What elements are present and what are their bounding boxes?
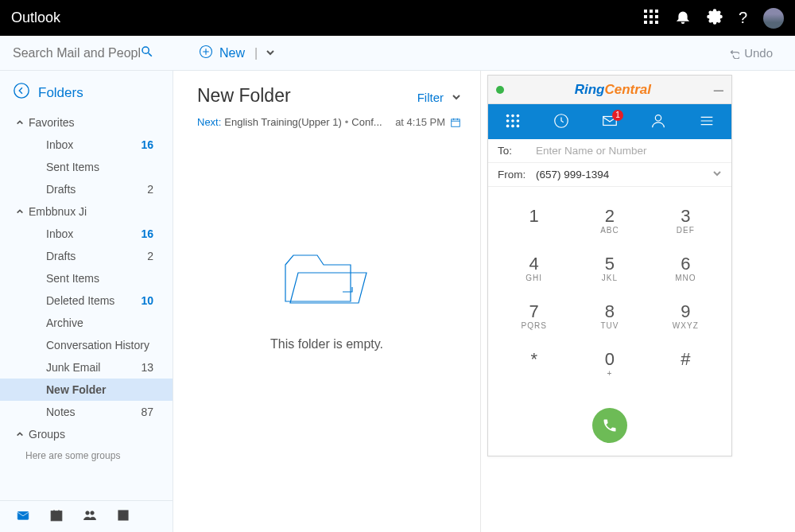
calendar-icon[interactable] [49,508,64,525]
search-icon[interactable] [140,45,154,61]
keypad-key[interactable]: * [506,349,562,378]
mail-icon[interactable] [16,508,30,525]
top-bar: Outlook ? [0,0,795,36]
to-field: To: [488,139,731,163]
keypad-key[interactable]: 1 [506,206,562,235]
next-event-extra: Conf... [351,116,382,128]
call-button[interactable] [592,408,627,443]
from-value: (657) 999-1394 [536,169,712,181]
tasks-icon[interactable] [116,508,130,525]
svg-point-20 [516,114,519,117]
keypad-key[interactable]: 0+ [582,349,638,378]
empty-message: This folder is empty. [173,337,480,351]
folder-item[interactable]: New Folder [0,379,173,401]
folder-group-header[interactable]: Groups [0,423,173,445]
svg-point-23 [516,119,519,122]
messages-tab[interactable]: 1 [590,112,630,132]
new-label: New [219,46,245,60]
from-label: From: [498,169,536,181]
keypad-key[interactable]: 4GHI [506,254,562,282]
to-label: To: [498,145,536,157]
folder-item[interactable]: Conversation History [0,334,173,356]
folder-item[interactable]: Inbox16 [0,134,173,156]
svg-point-19 [511,114,514,117]
svg-point-15 [91,511,95,515]
search-box[interactable] [0,45,173,61]
filter-button[interactable]: Filter [417,91,461,104]
folder-title: New Folder [197,85,291,107]
new-button[interactable]: New | [199,45,275,62]
content-pane: New Folder Filter Next: English Training… [173,71,481,532]
people-icon[interactable] [83,508,97,525]
chevron-down-icon [452,91,461,104]
keypad-key[interactable]: # [657,349,713,378]
folder-list: FavoritesInbox16Sent ItemsDrafts2Embbnux… [0,111,173,500]
apps-icon[interactable] [643,9,659,27]
menu-tab[interactable] [687,112,727,132]
to-input[interactable] [536,145,722,157]
keypad: 12ABC3DEF4GHI5JKL6MNO7PQRS8TUV9WXYZ*0+# [488,187,731,405]
dialpad-tab[interactable] [493,112,533,132]
history-tab[interactable] [541,112,581,132]
next-event-time: at 4:15 PM [395,116,461,128]
folders-header[interactable]: Folders [0,71,173,111]
svg-rect-6 [644,21,647,24]
svg-rect-17 [452,118,460,126]
empty-state: This folder is empty. [173,136,480,351]
folder-item[interactable]: Inbox16 [0,223,173,245]
folder-item[interactable]: Deleted Items10 [0,289,173,312]
chevron-down-icon[interactable] [266,46,275,60]
folder-item[interactable]: Drafts2 [0,245,173,267]
folder-item[interactable]: Drafts2 [0,178,173,200]
keypad-key[interactable]: 6MNO [657,254,713,282]
svg-point-14 [86,511,90,515]
keypad-key[interactable]: 7PQRS [506,301,562,330]
sidebar: Folders FavoritesInbox16Sent ItemsDrafts… [0,71,173,532]
svg-rect-7 [650,21,653,24]
gear-icon[interactable] [707,9,723,27]
minimize-button[interactable]: – [714,86,723,94]
ringcentral-panel: RingCentral – 1 To: From: (657) 999-1394… [487,75,732,456]
topbar-icons: ? [643,8,784,29]
svg-point-18 [506,114,509,117]
keypad-key[interactable]: 2ABC [582,206,638,235]
bottom-nav [0,500,173,532]
keypad-key[interactable]: 8TUV [582,301,638,330]
svg-point-22 [511,119,514,122]
svg-rect-13 [51,511,62,521]
help-icon[interactable]: ? [739,9,747,27]
filter-label: Filter [417,91,444,104]
search-input[interactable] [13,46,140,60]
folder-item[interactable]: Archive [0,312,173,334]
folder-item[interactable]: Sent Items [0,156,173,178]
bell-icon[interactable] [675,9,691,27]
folder-item[interactable]: Notes87 [0,401,173,423]
folder-group-header[interactable]: Favorites [0,111,173,134]
next-event-row[interactable]: Next: English Training(Upper 1) • Conf..… [173,111,480,136]
svg-point-25 [511,124,514,127]
svg-point-11 [14,83,29,98]
contacts-tab[interactable] [638,112,678,132]
keypad-key[interactable]: 3DEF [657,206,713,235]
folder-group-header[interactable]: Embbnux Ji [0,200,173,223]
app-title: Outlook [11,10,60,26]
command-bar: New | Undo [0,36,795,71]
folder-item[interactable]: Sent Items [0,267,173,289]
avatar[interactable] [763,8,784,29]
from-field[interactable]: From: (657) 999-1394 [488,163,731,187]
svg-rect-4 [650,15,653,18]
undo-button[interactable]: Undo [728,46,773,60]
content-header: New Folder Filter [173,71,480,111]
keypad-key[interactable]: 5JKL [582,254,638,282]
svg-rect-1 [650,10,653,13]
keypad-key[interactable]: 9WXYZ [657,301,713,330]
group-hint: Here are some groups [0,445,173,466]
next-event-title: English Training(Upper 1) [224,116,341,128]
empty-folder-icon [279,247,374,311]
folder-item[interactable]: Junk Email13 [0,356,173,379]
svg-point-29 [655,115,661,120]
back-icon[interactable] [13,82,30,103]
svg-point-24 [506,124,509,127]
presence-dot-icon [496,86,504,94]
next-label: Next: [197,116,221,128]
